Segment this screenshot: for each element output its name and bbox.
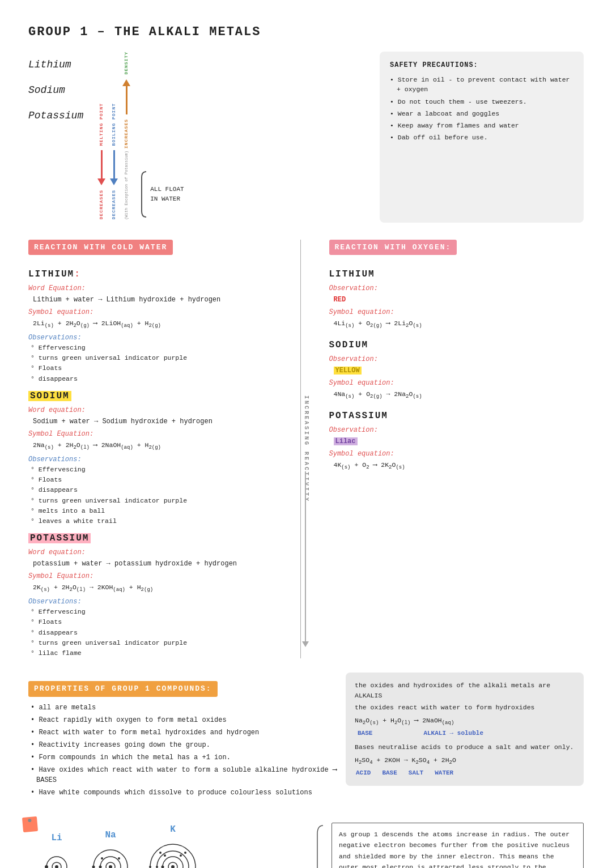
potassium-atom: K [144,823,201,868]
svg-point-20 [180,854,182,857]
oxides-text2: the oxides react with water to form hydr… [355,703,575,712]
sodium-obs-label: Observations: [28,454,283,465]
sodium-oxygen-eq: 4Na(s) + O2(g) → 2Na2O(s) [329,389,584,401]
oxides-box: the oxides and hydroxides of the alkali … [346,673,584,786]
sodium-word-eq-label: Word equation: [28,405,283,415]
lithium-obs-2: ° turns green universal indicator purple [28,353,283,363]
sodium-oxygen-symbol-label: Symbol equation: [329,378,584,388]
lithium-oxygen-symbol-label: Symbol equation: [329,307,584,317]
density-note: (With Exception of Potassium) [124,151,130,220]
sodium-oxygen-obs-label: Observation: [329,354,584,364]
potassium-obs-2: ° Floats [28,617,283,627]
svg-point-19 [156,866,158,868]
base2-label: BASE [382,768,397,778]
svg-point-28 [159,852,162,854]
safety-precautions-box: SAFETY PRECAUTIONS: • Store in oil - to … [380,52,584,223]
sodium-oxygen-name: SODIUM [329,338,584,352]
density-change-label: INCREASES [123,119,130,148]
safety-title: SAFETY PRECAUTIONS: [390,60,573,70]
sodium-oxygen-obs: YELLOW [329,365,584,376]
safety-item-1: • Store in oil - to prevent contact with… [390,75,573,95]
lithium-oxygen-eq: 4Li(s) + O2(g) ⟶ 2Li2O(s) [329,318,584,330]
potassium-symbol-eq-label: Symbol Equation: [28,571,283,581]
potassium-obs-5: ° lilac flame [28,648,283,658]
svg-point-26 [184,852,186,854]
neutralise-eq: H2SO4 + 2KOH → K2SO4 + 2H2O [355,756,456,764]
potassium-obs-label: Observations: [28,597,283,607]
svg-point-5 [109,865,112,868]
oxide-eq1: Na2O(s) + H2O(l) ⟶ 2NaOH(aq) [355,716,454,727]
sodium-atom: Na [88,828,133,868]
lithium-symbol-eq: 2Li(s) + 2H2O(g) ⟶ 2LiOH(aq) + H2(g) [28,318,283,330]
sodium-obs-6: ° leaves a white trail [28,516,283,526]
sodium-obs-2: ° Floats [28,475,283,484]
potassium-oxygen-obs-label: Observation: [329,425,584,435]
sticky-note [22,816,38,832]
water-label: WATER [435,768,453,778]
melting-point-label: MELTING POINT [98,103,105,146]
sodium-symbol-eq-label: Symbol Equation: [28,429,283,439]
atom-explanation: As group 1 descends the atoms increase i… [332,823,584,868]
sodium-obs-3: ° disappears [28,485,283,495]
potassium-obs-1: ° Effervescing [28,607,283,616]
svg-point-22 [164,854,166,857]
svg-point-17 [162,865,164,868]
increasing-reactivity-arrow [302,471,309,647]
sodium-obs-5: ° melts into a ball [28,506,283,516]
na-label: Na [105,828,116,842]
lithium-obs-label: Observations: [28,333,283,343]
base-label: BASE [358,729,372,738]
prop-item-3: • React with water to form metal hydroxi… [28,727,340,738]
prop-item-6: • Have oxides which react with water to … [28,765,340,785]
potassium-obs-4: ° turns green universal indicator purple [28,638,283,648]
lithium-word-eq-label: Word Equation: [28,283,283,293]
lithium-water-name: LITHIUM: [28,267,283,281]
bracket-left-icon [314,823,326,868]
sodium-word-eq: Sodium + water → Sodium hydroxide + hydr… [28,416,283,427]
lithium-word-eq: Lithium + water → Lithium hydroxide + hy… [28,295,283,305]
svg-point-7 [99,865,102,868]
melting-change-label: DECREASES [98,190,105,219]
svg-point-12 [101,857,103,860]
prop-item-1: • all are metals [28,703,340,713]
prop-item-2: • React rapidly with oxygen to form meta… [28,715,340,725]
svg-point-3 [45,865,48,868]
svg-point-1 [55,865,58,868]
metal-potassium: Potassium [28,108,83,124]
svg-point-10 [118,857,120,860]
oxygen-header: REACTION WITH OXYGEN: [329,240,457,256]
sodium-water-name: SODIUM [28,389,283,403]
potassium-word-eq: potassium + water → potassium hydroxide … [28,559,283,569]
float-label: ALL FLOATIN WATER [150,185,184,203]
safety-item-3: • Wear a labcoat and goggles [390,109,573,118]
lithium-atom: Li [37,831,76,868]
alkali-label: ALKALI → soluble [395,729,483,738]
potassium-obs-3: ° disappears [28,628,283,637]
safety-item-2: • Do not touch them - use tweezers. [390,97,573,107]
sodium-symbol-eq: 2Na(s) + 2H2O(l) ⟶ 2NaOH(aq) + H2(g) [28,440,283,452]
lithium-symbol-eq-label: Symbol equation: [28,307,283,317]
potassium-oxygen-symbol-label: Symbol equation: [329,449,584,459]
bracket-icon [139,169,147,220]
lithium-oxygen-obs: RED [329,295,584,305]
prop-item-7: • Have white compounds which dissolve to… [28,788,340,798]
properties-header: PROPERTIES OF GROUP 1 COMPOUNDS: [28,681,218,697]
svg-point-15 [171,865,175,868]
lithium-obs-3: ° Floats [28,363,283,373]
density-label: DENSITY [123,52,130,75]
cold-water-header: REACTION WITH COLD WATER [28,240,173,256]
safety-item-4: • Keep away from flames and water [390,121,573,130]
metal-lithium: Lithium [28,57,83,73]
prop-item-5: • Form compounds in which the metal has … [28,752,340,763]
boiling-point-label: BOILING POINT [110,103,117,146]
potassium-symbol-eq: 2K(s) + 2H2O(l) → 2KOH(aq) + H2(g) [28,582,283,594]
lithium-obs-1: ° Effervescing [28,343,283,352]
potassium-oxygen-name: POTASSIUM [329,409,584,423]
bases-text: Bases neutralise acids to produce a salt… [355,742,575,752]
salt-label: SALT [409,768,423,778]
lithium-oxygen-name: LITHIUM [329,267,584,281]
oxides-text1: the oxides and hydroxides of the alkali … [355,680,575,700]
page-title: GROUP 1 – THE ALKALI METALS [28,23,584,41]
lithium-obs-4: ° disappears [28,374,283,384]
potassium-water-name: POTASSIUM [28,531,283,545]
